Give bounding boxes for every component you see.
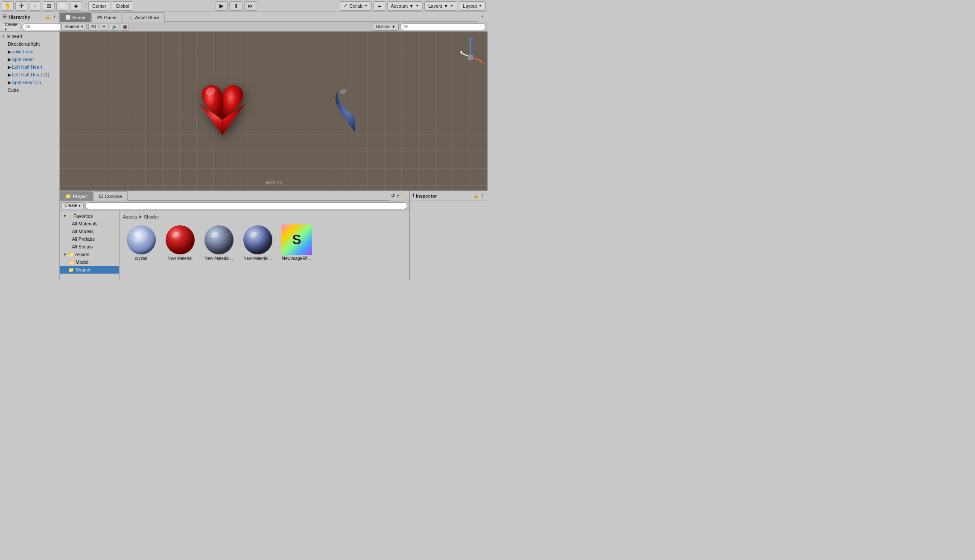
hierarchy-item-solid-heart[interactable]: ▶ solid heart: [0, 48, 59, 55]
collab-btn[interactable]: ✓Collab▼: [340, 1, 371, 11]
hierarchy-item-left-half-heart-1[interactable]: ▶ Left Half Heart (1): [0, 71, 59, 79]
center-btn[interactable]: Center: [88, 1, 110, 11]
solid-heart-arrow: ▶: [8, 49, 11, 55]
inspector-panel: ℹ Inspector 🔒 ⋮: [409, 191, 488, 280]
refresh-icon[interactable]: ↺: [391, 193, 395, 198]
tab-asset-store[interactable]: 🛒 Asset Store: [123, 12, 165, 22]
split-heart-1-arrow: ▶: [8, 80, 11, 85]
svg-point-15: [166, 225, 195, 254]
tab-spacer: [165, 21, 478, 22]
asset-new-material-2[interactable]: New Material...: [201, 223, 237, 262]
svg-text:X: X: [482, 61, 483, 65]
project-tab-spacer: [128, 200, 389, 201]
project-create-btn[interactable]: Create ▾: [61, 202, 84, 209]
rect-tool-btn[interactable]: ⬜: [56, 1, 68, 11]
shading-dropdown[interactable]: Shaded ▼: [61, 23, 87, 31]
hierarchy-item-left-half-heart[interactable]: ▶ Left Half Heart: [0, 63, 59, 71]
all-materials-icon: ○: [68, 222, 70, 226]
hierarchy-create-btn[interactable]: Create ▾: [2, 23, 20, 30]
scene-grid: [60, 32, 488, 190]
svg-point-17: [204, 225, 234, 254]
scene-view[interactable]: Z X ◀ Per: [60, 32, 488, 190]
shader-label: Shader: [76, 267, 90, 272]
project-toolbar: Create ▾: [60, 201, 409, 210]
gizmos-dropdown[interactable]: Gizmos ▼: [373, 23, 399, 31]
scene-toolbar: Shaded ▼ 2D ☀ 🔊 ▦ Gizmos ▼: [60, 22, 488, 32]
account-btn[interactable]: Account ▼▼: [387, 1, 423, 11]
heart-label: heart: [12, 34, 22, 39]
inspector-icon: ℹ: [412, 193, 414, 198]
scene-tab-icon: ⬜: [65, 15, 70, 20]
all-materials-label: All Materials: [72, 221, 97, 226]
layout-btn[interactable]: Layout▼: [459, 1, 486, 11]
half-heart-object[interactable]: [331, 81, 370, 141]
asset-new-image-eff[interactable]: S NewImageEff...: [278, 223, 315, 262]
tab-game[interactable]: 🎮 Game: [91, 12, 122, 22]
tab-console[interactable]: ⊟ Console: [93, 191, 127, 201]
asset-new-material-3[interactable]: New Material...: [239, 223, 276, 262]
sidebar-all-materials[interactable]: ○ All Materials: [60, 220, 119, 228]
sidebar-all-prefabs[interactable]: ○ All Prefabs: [60, 235, 119, 243]
hierarchy-item-heart[interactable]: ▼ ⊙ heart: [0, 32, 59, 40]
star-filter-icon[interactable]: ★: [403, 193, 407, 198]
sidebar-all-models[interactable]: ○ All Models: [60, 228, 119, 235]
asset-crystal[interactable]: crystal: [123, 223, 159, 262]
2d-btn[interactable]: 2D: [88, 23, 98, 31]
scene-tab-label: Scene: [72, 15, 85, 20]
hierarchy-item-split-heart[interactable]: ▶ Split Heart: [0, 55, 59, 63]
heart-object[interactable]: [188, 76, 257, 147]
project-assets-view: Assets ▶ Shader: [120, 210, 409, 280]
collab-label: Collab: [349, 3, 362, 9]
project-tab-icon: 📁: [65, 193, 71, 199]
pause-btn[interactable]: ⏸: [229, 1, 242, 11]
sidebar-all-scripts[interactable]: ○ All Scripts: [60, 243, 119, 251]
shading-arrow: ▼: [80, 25, 84, 29]
all-scripts-icon: ○: [68, 245, 70, 249]
gizmo-compass: Z X: [458, 36, 483, 70]
svg-rect-9: [468, 55, 473, 59]
lighting-btn[interactable]: ☀: [100, 23, 108, 31]
sidebar-shader[interactable]: 📁 Shader: [60, 266, 119, 274]
cube-label: Cube: [8, 88, 19, 93]
sidebar-favorites[interactable]: ▼ ★ Favorites: [60, 212, 119, 220]
rotate-tool-btn[interactable]: ↔: [29, 1, 41, 11]
asset-new-material[interactable]: New Material: [162, 223, 198, 262]
global-btn[interactable]: Global: [112, 1, 133, 11]
project-search-input[interactable]: [85, 202, 407, 209]
tag-icon[interactable]: 🏷: [397, 193, 401, 198]
breadcrumb-shader: Shader: [144, 214, 159, 219]
shader-folder-icon: 📁: [68, 267, 74, 273]
left-half-heart-1-arrow: ▶: [8, 72, 11, 78]
new-material-3-label: New Material...: [243, 256, 272, 261]
new-image-eff-label: NewImageEff...: [282, 256, 311, 261]
project-tab-tools: ↺ 🏷 ★: [389, 193, 409, 198]
step-btn[interactable]: ⏭: [244, 1, 257, 11]
all-scripts-label: All Scripts: [72, 244, 93, 249]
sidebar-model[interactable]: 📁 Model: [60, 258, 119, 266]
play-btn[interactable]: ▶: [216, 1, 228, 11]
tab-project[interactable]: 📁 Project: [60, 191, 93, 201]
new-material-thumb: [165, 225, 196, 255]
scene-search-input[interactable]: [400, 23, 486, 30]
hierarchy-list: ▼ ⊙ heart Directional light ▶ solid hear…: [0, 32, 59, 280]
all-prefabs-label: All Prefabs: [72, 236, 94, 242]
cloud-btn[interactable]: ☁: [374, 1, 385, 11]
game-tab-icon: 🎮: [97, 15, 102, 20]
hand-tool-btn[interactable]: ✋: [2, 1, 14, 11]
project-tabs: 📁 Project ⊟ Console ↺ 🏷 ★: [60, 191, 409, 201]
sidebar-assets[interactable]: ▼ 📁 Assets: [60, 251, 119, 258]
scale-tool-btn[interactable]: ⊞: [43, 1, 55, 11]
gizmos-label: Gizmos ▼: [376, 24, 396, 29]
layers-btn[interactable]: Layers ▼▼: [424, 1, 457, 11]
hierarchy-item-split-heart-1[interactable]: ▶ Split Heart (1): [0, 79, 59, 86]
global-label: Global: [116, 3, 129, 9]
tab-scene[interactable]: ⬜ Scene: [60, 12, 91, 22]
move-tool-btn[interactable]: ✛: [15, 1, 27, 11]
hierarchy-item-dir-light[interactable]: Directional light: [0, 40, 59, 48]
split-heart-label: Split Heart: [12, 57, 34, 62]
audio-btn[interactable]: 🔊: [110, 23, 119, 31]
transform-tool-btn[interactable]: ◈: [70, 1, 82, 11]
top-toolbar: ✋ ✛ ↔ ⊞ ⬜ ◈ Center Global ▶ ⏸ ⏭ ✓Collab▼…: [0, 0, 488, 12]
effects-btn[interactable]: ▦: [121, 23, 129, 31]
hierarchy-item-cube[interactable]: Cube: [0, 86, 59, 94]
